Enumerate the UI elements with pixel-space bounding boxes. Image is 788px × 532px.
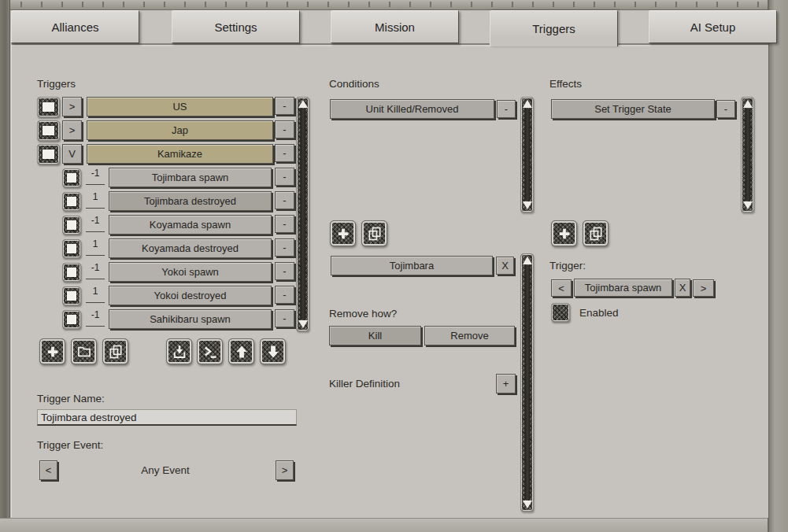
trigger-checkbox[interactable] — [37, 97, 60, 117]
trigger-button[interactable]: Yokoi spawn — [109, 262, 272, 282]
move-down-button[interactable] — [260, 338, 286, 364]
duplicate-icon — [108, 344, 124, 360]
trigger-button[interactable]: Tojimbara spawn — [109, 168, 272, 187]
scroll-up-icon[interactable] — [298, 100, 308, 108]
trigger-order-input[interactable]: -1 — [86, 168, 105, 185]
effect-trigger-clear-button[interactable]: X — [675, 279, 690, 297]
tab-settings[interactable]: Settings — [172, 10, 300, 43]
remove-trigger-button[interactable]: - — [275, 215, 294, 233]
triggers-scrollbar[interactable] — [296, 97, 309, 331]
trigger-checkbox[interactable] — [62, 192, 81, 211]
trigger-button[interactable]: Yokoi destroyed — [109, 286, 272, 305]
trigger-button[interactable]: Sahikibaru spawn — [109, 309, 272, 329]
trigger-order-input[interactable]: -1 — [86, 262, 105, 279]
remove-trigger-button[interactable]: - — [275, 191, 294, 209]
trigger-name-label: Trigger Name: — [37, 393, 105, 405]
kill-option-button[interactable]: Kill — [329, 326, 421, 345]
arrow-down-icon — [265, 344, 281, 360]
remove-trigger-button[interactable]: - — [275, 262, 294, 280]
remove-trigger-button[interactable]: - — [275, 120, 294, 139]
remove-option-button[interactable]: Remove — [424, 326, 515, 345]
tab-mission[interactable]: Mission — [331, 10, 459, 43]
condition-detail-scrollbar[interactable] — [520, 253, 534, 512]
trigger-order-input[interactable]: 1 — [86, 286, 105, 303]
script-button[interactable] — [197, 338, 223, 364]
new-group-button[interactable] — [71, 338, 97, 364]
trigger-checkbox[interactable] — [62, 216, 81, 235]
tab-ai-setup[interactable]: AI Setup — [649, 10, 777, 43]
trigger-checkbox[interactable] — [62, 239, 81, 258]
add-icon — [557, 226, 572, 242]
import-trigger-button[interactable] — [166, 338, 192, 364]
folder-icon — [76, 344, 92, 360]
remove-trigger-button[interactable]: - — [275, 144, 294, 162]
remove-trigger-button[interactable]: - — [275, 97, 294, 115]
event-next-button[interactable]: > — [276, 460, 294, 480]
trigger-button-selected[interactable]: Tojimbara destroyed — [109, 191, 272, 211]
expand-toggle-button[interactable]: > — [62, 97, 82, 116]
move-up-button[interactable] — [228, 338, 254, 364]
expand-toggle-button[interactable]: V — [62, 144, 82, 164]
tab-triggers[interactable]: Triggers — [490, 10, 618, 46]
conditions-scrollbar[interactable] — [520, 97, 534, 212]
scroll-down-icon[interactable] — [743, 201, 753, 209]
remove-trigger-button[interactable]: - — [275, 168, 294, 186]
trigger-checkbox[interactable] — [37, 144, 60, 164]
scroll-down-icon[interactable] — [298, 320, 308, 328]
tab-alliances[interactable]: Alliances — [11, 10, 139, 43]
add-condition-button[interactable] — [330, 220, 356, 246]
scroll-up-icon[interactable] — [743, 100, 753, 108]
remove-effect-button[interactable]: - — [716, 100, 735, 118]
remove-how-label: Remove how? — [329, 308, 397, 320]
effect-trigger-next-button[interactable]: > — [693, 279, 714, 297]
trigger-order-input[interactable]: 1 — [86, 191, 105, 209]
trigger-button[interactable]: Koyamada spawn — [109, 215, 272, 235]
scroll-up-icon[interactable] — [523, 257, 532, 264]
remove-condition-button[interactable]: - — [497, 100, 516, 118]
trigger-group-button[interactable]: Kamikaze — [87, 144, 273, 164]
trigger-name-input[interactable] — [37, 409, 297, 426]
trigger-checkbox[interactable] — [62, 263, 81, 282]
condition-item-button[interactable]: Unit Killed/Removed — [330, 99, 494, 119]
effect-item-button[interactable]: Set Trigger State — [551, 99, 715, 119]
duplicate-effect-button[interactable] — [583, 220, 609, 246]
trigger-order-input[interactable]: -1 — [86, 309, 105, 327]
scroll-down-icon[interactable] — [523, 201, 532, 209]
remove-trigger-button[interactable]: - — [275, 286, 294, 304]
trigger-button[interactable]: Koyamada destroyed — [109, 238, 272, 258]
triggers-section-title: Triggers — [37, 78, 76, 90]
duplicate-trigger-button[interactable] — [102, 338, 128, 364]
effect-trigger-value-button[interactable]: Tojimbara spawn — [574, 279, 672, 297]
trigger-order-input[interactable]: -1 — [86, 215, 105, 232]
effects-section-title: Effects — [549, 78, 582, 90]
trigger-group-button[interactable]: Jap — [87, 120, 273, 140]
add-killer-definition-button[interactable]: + — [496, 374, 516, 393]
trigger-checkbox[interactable] — [62, 286, 81, 305]
remove-trigger-button[interactable]: - — [275, 238, 294, 257]
add-trigger-button[interactable] — [39, 338, 65, 364]
condition-target-button[interactable]: Tojimbara — [331, 256, 493, 275]
trigger-checkbox[interactable] — [37, 120, 60, 141]
scroll-down-icon[interactable] — [523, 501, 532, 508]
remove-trigger-button[interactable]: - — [275, 309, 294, 327]
window-top-edge — [0, 0, 788, 10]
trigger-checkbox[interactable] — [62, 168, 81, 187]
event-prev-button[interactable]: < — [39, 460, 57, 480]
effect-trigger-label: Trigger: — [549, 260, 586, 272]
conditions-section-title: Conditions — [329, 78, 379, 90]
trigger-order-input[interactable]: 1 — [86, 238, 105, 256]
effect-trigger-prev-button[interactable]: < — [551, 279, 572, 297]
trigger-group-button[interactable]: US — [87, 97, 273, 116]
trigger-checkbox[interactable] — [62, 310, 81, 329]
clear-target-button[interactable]: X — [496, 257, 514, 275]
scroll-up-icon[interactable] — [523, 100, 532, 108]
expand-toggle-button[interactable]: > — [62, 120, 82, 140]
add-effect-button[interactable] — [551, 220, 577, 246]
enabled-label: Enabled — [579, 307, 619, 319]
duplicate-condition-button[interactable] — [361, 220, 387, 246]
killer-definition-label: Killer Definition — [329, 378, 400, 390]
enabled-checkbox[interactable] — [551, 303, 570, 322]
add-icon — [45, 344, 61, 360]
effects-scrollbar[interactable] — [741, 97, 754, 212]
add-icon — [335, 226, 351, 242]
